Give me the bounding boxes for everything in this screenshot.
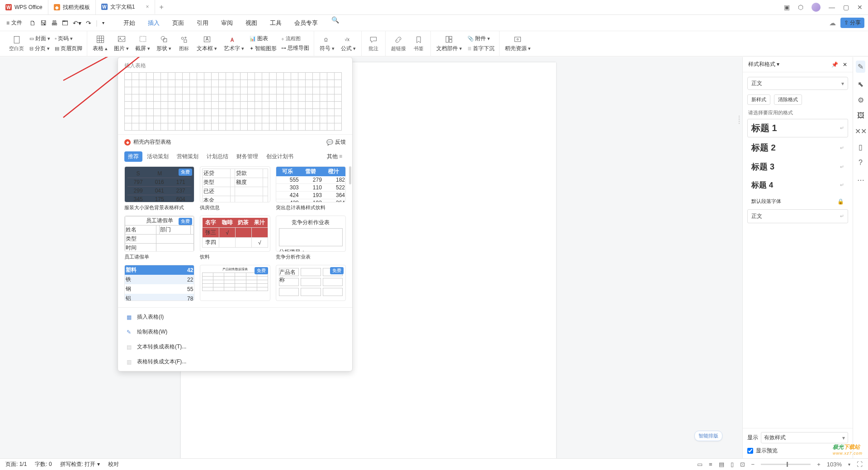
image-tool-icon[interactable]: 🖼 [857,112,864,120]
cover-button[interactable]: ▭ 封面 ▾ [28,34,52,43]
cat-finance[interactable]: 财务管理 [233,151,262,162]
feedback-link[interactable]: 💬反馈 [326,138,346,146]
minimize-icon[interactable]: — [829,4,835,11]
print-icon[interactable]: 🖶 [51,19,57,27]
symbol-button[interactable]: Ω符号 ▾ [317,34,337,53]
status-words[interactable]: 字数: 0 [35,461,52,468]
cat-other[interactable]: 其他 ≡ [323,151,346,162]
tab-tools[interactable]: 工具 [264,16,287,30]
tab-templates[interactable]: ◆ 找稻壳模板 [48,0,96,14]
table-grid-picker[interactable] [118,72,352,134]
cube-icon[interactable]: ⬡ [798,4,803,11]
template-item[interactable]: 免费员工请假单姓名部门类型时间审批主管 员工请假单 [124,216,194,260]
cloud-sync-icon[interactable]: ☁ [829,19,836,27]
close-window-icon[interactable]: ✕ [857,4,863,11]
tab-vip[interactable]: 会员专享 [289,16,323,30]
current-style-select[interactable]: 正文▾ [747,77,848,90]
select-icon[interactable]: ⬉ [858,80,863,89]
cat-marketing[interactable]: 营销策划 [173,151,202,162]
docpart-button[interactable]: 文档部件 ▾ [434,34,465,53]
style-default-para[interactable]: 默认段落字体🔒 [747,195,848,208]
image-button[interactable]: 图片 ▾ [111,34,132,53]
preview-checkbox[interactable] [747,448,753,454]
status-page[interactable]: 页面: 1/1 [5,461,27,468]
split-button[interactable]: ⊟ 分页 ▾ [28,44,52,53]
insert-table-menuitem[interactable]: ▦插入表格(I) [118,310,352,324]
textbox-button[interactable]: A文本框 ▾ [194,34,220,53]
qat-dropdown-icon[interactable]: ▾ [102,20,104,25]
fit-icon[interactable]: ⊡ [740,461,745,468]
settings-icon[interactable]: ⚙ [858,96,864,104]
file-menu[interactable]: ≡ 文件 [4,17,25,28]
save-icon[interactable]: 🖫 [40,19,47,27]
header-footer-button[interactable]: ▤ 页眉页脚 [53,44,84,53]
zoom-value[interactable]: 103% [827,461,842,468]
flowchart-button[interactable]: ⬨ 流程图 [279,34,311,43]
chart-button[interactable]: 📊 图表 [248,34,278,43]
status-spell[interactable]: 拼写检查: 打开 ▾ [60,461,100,468]
book-icon[interactable]: ▯ [859,143,863,151]
status-proof[interactable]: 校对 [108,461,119,468]
document-area[interactable]: 插入表格 ◆ 稻壳内容型表格 💬反馈 推荐 活动策划 营销策划 计划总结 财务管… [0,57,742,458]
layout-outline-icon[interactable]: ≡ [709,461,712,468]
show-select[interactable]: 有效样式▾ [761,432,848,443]
close-panel-icon[interactable]: ✕ [843,61,847,68]
print-preview-icon[interactable]: 🗔 [62,19,68,27]
shape-button[interactable]: 形状 ▾ [154,34,174,53]
resource-button[interactable]: 稻壳资源 ▾ [502,34,533,53]
help-icon[interactable]: ? [859,159,863,167]
new-style-button[interactable]: 新样式 [747,94,770,105]
template-item[interactable]: 免费产品名称 [276,265,346,303]
blank-page-button[interactable]: 空白页 [6,34,27,53]
clear-format-button[interactable]: 清除格式 [774,94,802,105]
draw-table-menuitem[interactable]: ✎绘制表格(W) [118,324,352,339]
pin-icon[interactable]: 📌 [831,61,838,68]
style-heading3[interactable]: 标题 3↵ [747,158,848,175]
icon-button[interactable]: 图标 [175,34,193,53]
edit-icon[interactable]: ✎ [856,61,865,73]
tab-page[interactable]: 页面 [167,16,189,30]
artword-button[interactable]: A艺术字 ▾ [221,34,247,53]
cat-activity[interactable]: 活动策划 [143,151,172,162]
fullscreen-icon[interactable]: ⛶ [857,461,863,468]
tab-start[interactable]: 开始 [118,16,141,30]
reader-mode-icon[interactable]: ▣ [784,4,790,11]
smart-button[interactable]: ✦ 智能图形 [248,44,278,53]
style-heading4[interactable]: 标题 4↵ [747,177,848,193]
zoom-dropdown-icon[interactable]: ▾ [848,462,850,467]
layout-page-icon[interactable]: ▭ [697,461,703,468]
new-tab-button[interactable]: + [155,3,168,11]
cat-plan[interactable]: 计划总结 [203,151,232,162]
style-heading2[interactable]: 标题 2↵ [747,139,848,157]
tab-wps-home[interactable]: W WPS Office [0,0,48,14]
zoom-out-icon[interactable]: − [751,461,755,468]
tab-view[interactable]: 视图 [240,16,263,30]
template-item[interactable]: 还贷贷款类型额度已还本金利率 供房信息 [200,166,270,211]
style-heading1[interactable]: 标题 1↵ [747,119,848,137]
new-doc-icon[interactable]: 🗋 [29,19,36,27]
template-item[interactable]: 免费产品销售数据报表 [200,265,270,303]
bookmark-button[interactable]: 书签 [410,34,428,53]
template-item[interactable]: 塑料42铁22钢55铝78钛90 [124,265,194,303]
template-item[interactable]: 可乐雪碧橙汁5552791823031105224241933644201933… [276,166,346,211]
undo-icon[interactable]: ↶▾ [73,19,81,27]
more-icon[interactable]: ⋯ [857,176,864,184]
attach-button[interactable]: 📎 附件 ▾ [466,34,496,43]
avatar[interactable] [811,3,821,12]
mindmap-button[interactable]: ⊶ 思维导图 [279,43,311,53]
layout-web-icon[interactable]: ▤ [719,461,724,468]
cat-recommend[interactable]: 推荐 [124,151,142,162]
search-icon[interactable]: 🔍 [331,16,339,30]
tab-review[interactable]: 审阅 [216,16,238,30]
ruler-icon[interactable]: ✕✕ [855,127,867,136]
close-icon[interactable]: × [146,4,149,10]
smart-layout-badge[interactable]: 智能排版 [694,431,722,441]
tab-insert[interactable]: 插入 [142,16,165,30]
template-item[interactable]: 免费 SML 797016171 299041237 345175604 384… [124,166,194,211]
template-scrollbar[interactable] [349,166,351,184]
zoom-slider[interactable] [761,464,811,465]
zoom-in-icon[interactable]: + [817,461,821,468]
style-body[interactable]: 正文↵ [747,209,848,223]
comment-button[interactable]: 批注 [364,34,382,53]
formula-button[interactable]: √x公式 ▾ [338,34,359,53]
